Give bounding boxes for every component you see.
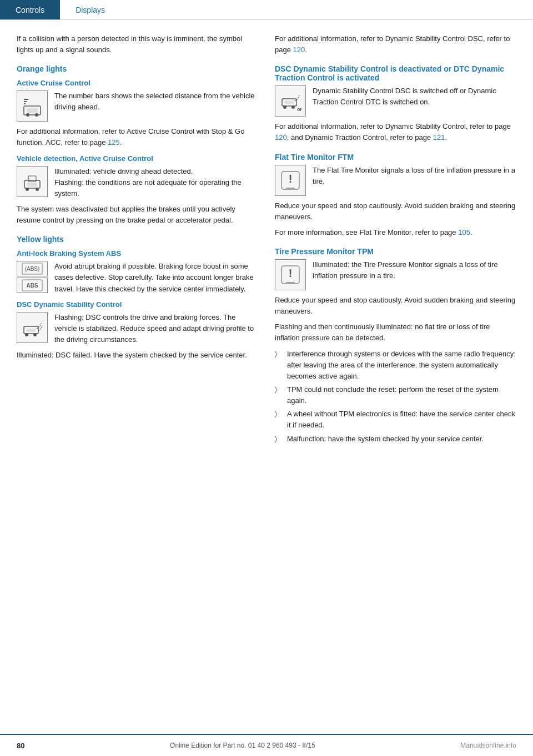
yellow-lights-heading: Yellow lights <box>17 235 258 244</box>
svg-point-19 <box>33 333 37 336</box>
left-column: If a collision with a person detected in… <box>17 33 258 447</box>
list-item: 〉 A wheel without TPM electronics is fit… <box>275 409 516 431</box>
flat-tire-icon: ! <box>275 165 306 196</box>
dsc-intro: For additional information, refer to Dyn… <box>275 33 516 56</box>
svg-point-3 <box>35 113 38 117</box>
svg-point-9 <box>26 188 29 191</box>
abs-subheading: Anti-lock Braking System ABS <box>17 249 258 258</box>
svg-point-22 <box>283 105 286 109</box>
abs-block: (ABS) ABS Avoid abrupt braking if possib… <box>17 261 258 294</box>
right-column: For additional information, refer to Dyn… <box>275 33 516 447</box>
dsc-svg <box>21 316 43 339</box>
bullet-arrow: 〉 <box>275 349 283 382</box>
dsc-description: Flashing: DSC controls the drive and bra… <box>54 312 258 345</box>
tpm-svg: ! <box>279 264 301 286</box>
acc-page-link[interactable]: 125 <box>108 138 120 147</box>
active-cruise-additional: For additional information, refer to Act… <box>17 126 258 148</box>
svg-rect-1 <box>27 108 38 113</box>
flat-tire-more: For more information, see Flat Tire Moni… <box>275 227 516 238</box>
page-number: 80 <box>17 742 24 750</box>
tab-controls[interactable]: Controls <box>0 0 60 19</box>
svg-rect-8 <box>27 183 37 187</box>
tire-pressure-heading: Tire Pressure Monitor TPM <box>275 247 516 256</box>
vehicle-detection-block: Illuminated: vehicle driving ahead detec… <box>17 166 258 199</box>
acc-icon <box>17 90 48 122</box>
svg-point-10 <box>36 188 39 191</box>
svg-text:ABS: ABS <box>26 283 38 289</box>
dsc-off-svg: OFF <box>279 90 301 112</box>
svg-point-2 <box>26 113 29 117</box>
main-content: If a collision with a person detected in… <box>0 20 533 469</box>
abs-top-icon: (ABS) <box>17 261 48 276</box>
dsc-off-icon: OFF <box>275 85 306 117</box>
svg-text:OFF: OFF <box>297 108 301 112</box>
list-item: 〉 TPM could not conclude the reset: perf… <box>275 384 516 406</box>
dsc-block: Flashing: DSC controls the drive and bra… <box>17 312 258 345</box>
footer-info: Online Edition for Part no. 01 40 2 960 … <box>170 742 315 749</box>
flat-tire-block: ! The Flat Tire Monitor signals a loss o… <box>275 165 516 196</box>
abs-top-svg: (ABS) <box>21 262 43 275</box>
footer-brand: ManualsonIine.info <box>460 742 516 749</box>
vehicle-detection-text: Illuminated: vehicle driving ahead detec… <box>54 166 258 199</box>
svg-rect-17 <box>27 329 36 332</box>
svg-text:!: ! <box>289 267 293 279</box>
dsc-deactivated-heading: DSC Dynamic Stability Control is deactiv… <box>275 64 516 82</box>
dsc-page1-link[interactable]: 120 <box>275 133 287 142</box>
dsc-deactivated-desc: Dynamic Stability Control DSC is switche… <box>313 85 516 108</box>
tpm-icon: ! <box>275 259 306 290</box>
abs-description: Avoid abrupt braking if possible. Brakin… <box>54 261 258 294</box>
dsc-deactivated-block: OFF Dynamic Stability Control DSC is swi… <box>275 85 516 117</box>
tab-controls-label: Controls <box>16 6 44 14</box>
bullet-text-3: A wheel without TPM electronics is fitte… <box>287 409 516 431</box>
active-cruise-block: The number bars shows the selected dista… <box>17 90 258 122</box>
ftm-page-link[interactable]: 105 <box>458 228 470 236</box>
bullet-text-1: Interference through systems or devices … <box>287 349 516 382</box>
bullet-text-4: Malfunction: have the system checked by … <box>287 434 484 445</box>
flat-tire-reduce: Reduce your speed and stop cautiously. A… <box>275 200 516 223</box>
list-item: 〉 Interference through systems or device… <box>275 349 516 382</box>
tire-pressure-block: ! Illuminated: the Tire Pressure Monitor… <box>275 259 516 290</box>
bullet-arrow: 〉 <box>275 409 283 431</box>
abs-bottom-svg: ABS <box>21 279 43 292</box>
tpm-bullet-list: 〉 Interference through systems or device… <box>275 349 516 445</box>
vehicle-detection-icon <box>17 166 48 197</box>
footer: 80 Online Edition for Part no. 01 40 2 9… <box>0 734 533 756</box>
dsc-page2-link[interactable]: 121 <box>433 133 445 142</box>
flat-tire-heading: Flat Tire Monitor FTM <box>275 153 516 162</box>
dsc-additional: For additional information, refer to Dyn… <box>275 121 516 143</box>
svg-point-23 <box>291 105 295 109</box>
tpm-flashing: Flashing and then continuously illuminat… <box>275 321 516 344</box>
dsc-stability-subheading: DSC Dynamic Stability Control <box>17 300 258 309</box>
tab-displays[interactable]: Displays <box>60 0 120 19</box>
svg-rect-21 <box>285 101 294 104</box>
active-cruise-description: The number bars shows the selected dista… <box>54 90 258 113</box>
acc-bars-svg <box>21 95 43 117</box>
flat-tire-svg: ! <box>279 169 301 191</box>
svg-text:(ABS): (ABS) <box>25 266 40 272</box>
vehicle-detection-subheading: Vehicle detection, Active Cruise Control <box>17 154 258 163</box>
dsc-icon <box>17 312 48 343</box>
list-item: 〉 Malfunction: have the system checked b… <box>275 434 516 445</box>
vehicle-detection-svg <box>21 170 43 193</box>
svg-point-18 <box>25 333 28 336</box>
bullet-text-2: TPM could not conclude the reset: perfor… <box>287 384 516 406</box>
abs-bottom-icon: ABS <box>17 278 48 293</box>
active-cruise-subheading: Active Cruise Control <box>17 79 258 87</box>
bullet-arrow: 〉 <box>275 384 283 406</box>
dsc-intro-link[interactable]: 120 <box>293 46 305 54</box>
tpm-description: Illuminated: the Tire Pressure Monitor s… <box>313 259 516 281</box>
vehicle-detection-body: The system was deactivated but applies t… <box>17 204 258 226</box>
dsc-illuminated: Illuminated: DSC failed. Have the system… <box>17 350 258 361</box>
header-tabs: Controls Displays <box>0 0 533 20</box>
tpm-reduce: Reduce your speed and stop cautiously. A… <box>275 295 516 317</box>
svg-text:!: ! <box>289 173 293 185</box>
intro-text: If a collision with a person detected in… <box>17 33 258 56</box>
tab-displays-label: Displays <box>76 6 105 14</box>
orange-lights-heading: Orange lights <box>17 64 258 73</box>
bullet-arrow: 〉 <box>275 434 283 445</box>
abs-icon-stack: (ABS) ABS <box>17 261 48 293</box>
flat-tire-description: The Flat Tire Monitor signals a loss of … <box>313 165 516 187</box>
